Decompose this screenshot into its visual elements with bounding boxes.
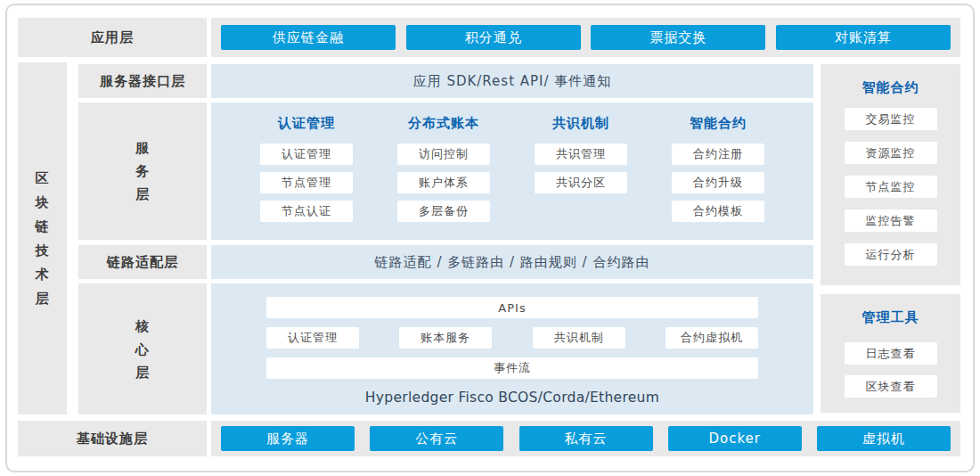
link-adapter-layer-label: 链路适配层 <box>78 245 207 279</box>
service-item: 节点管理 <box>260 172 353 193</box>
service-item: 合约升级 <box>672 172 764 193</box>
core-box-auth: 认证管理 <box>266 327 359 349</box>
architecture-diagram: 应用层 供应链金融 积分通兑 票据交换 对账清算 区块链技术层 服务器接口层 服… <box>0 0 980 476</box>
blockchain-tech-layer-rail: 区块链技术层 <box>18 62 67 414</box>
core-layer-panel: APIs 认证管理 账本服务 共识机制 合约虚拟机 事件流 Hyperledge… <box>211 283 813 414</box>
service-item: 合约模板 <box>672 201 764 222</box>
service-column-auth: 认证管理 认证管理 节点管理 节点认证 <box>260 113 353 240</box>
core-box-row: 认证管理 账本服务 共识机制 合约虚拟机 <box>266 327 758 349</box>
infra-button-docker: Docker <box>668 426 802 451</box>
service-item: 共识分区 <box>535 172 627 193</box>
monitor-item-analysis: 运行分析 <box>845 243 937 266</box>
app-layer-button-row: 供应链金融 积分通兑 票据交换 对账清算 <box>211 18 960 57</box>
app-button-points-exchange: 积分通兑 <box>406 25 581 50</box>
infra-button-vm: 虚拟机 <box>817 426 951 451</box>
service-item: 合约注册 <box>672 144 764 165</box>
app-button-reconciliation-clearing: 对账清算 <box>776 25 951 50</box>
monitor-item-resource: 资源监控 <box>845 142 937 164</box>
monitor-item-transaction: 交易监控 <box>845 108 937 130</box>
core-layer-label: 核心层 <box>78 283 207 414</box>
core-platforms-text: Hyperledger Fisco BCOS/Corda/Ethereum <box>365 390 659 406</box>
core-box-ledger-service: 账本服务 <box>399 327 492 349</box>
interface-layer-label: 服务器接口层 <box>78 64 207 98</box>
core-box-consensus: 共识机制 <box>533 327 625 349</box>
core-layer-label-text: 核心层 <box>135 315 151 384</box>
service-column-header: 认证管理 <box>278 113 335 133</box>
service-item: 认证管理 <box>260 144 353 165</box>
app-layer-label: 应用层 <box>18 18 207 57</box>
infra-button-private-cloud: 私有云 <box>519 426 653 451</box>
smart-contract-monitor-panel: 智能合约 交易监控 资源监控 节点监控 监控告警 运行分析 <box>821 64 960 285</box>
service-column-header: 共识机制 <box>552 113 609 133</box>
tools-panel-header: 管理工具 <box>862 307 919 328</box>
core-event-stream-bar: 事件流 <box>266 357 758 379</box>
service-column-ledger: 分布式账本 访问控制 账户体系 多层备份 <box>397 113 490 240</box>
service-column-header: 智能合约 <box>690 113 747 133</box>
app-button-supply-chain-finance: 供应链金融 <box>221 25 396 50</box>
service-item: 账户体系 <box>397 172 490 193</box>
service-layer-label: 服务层 <box>78 103 207 240</box>
tools-item-block-view: 区块查看 <box>845 375 937 398</box>
service-item: 节点认证 <box>260 201 353 222</box>
monitor-panel-header: 智能合约 <box>862 77 919 98</box>
service-layer-label-text: 服务层 <box>135 136 151 206</box>
core-box-contract-vm: 合约虚拟机 <box>666 327 758 349</box>
service-item: 多层备份 <box>397 201 490 222</box>
service-layer-panel: 认证管理 认证管理 节点管理 节点认证 分布式账本 访问控制 账户体系 多层备份… <box>211 103 813 240</box>
core-apis-bar: APIs <box>266 297 758 318</box>
service-item: 共识管理 <box>535 144 627 165</box>
infra-button-server: 服务器 <box>221 426 355 451</box>
monitor-panel-items: 交易监控 资源监控 节点监控 监控告警 运行分析 <box>845 108 937 266</box>
service-column-consensus: 共识机制 共识管理 共识分区 <box>535 113 627 240</box>
app-button-bill-exchange: 票据交换 <box>591 25 765 50</box>
tools-item-log-view: 日志查看 <box>845 342 937 365</box>
service-item: 访问控制 <box>397 144 490 165</box>
interface-layer-panel: 应用 SDK/Rest API/ 事件通知 <box>211 64 813 98</box>
monitor-item-alert: 监控告警 <box>845 209 937 232</box>
service-column-smart-contract: 智能合约 合约注册 合约升级 合约模板 <box>672 113 764 240</box>
infra-button-public-cloud: 公有云 <box>370 426 503 451</box>
blockchain-tech-layer-label: 区块链技术层 <box>35 167 50 311</box>
infra-layer-button-row: 服务器 公有云 私有云 Docker 虚拟机 <box>211 421 960 456</box>
monitor-item-node: 节点监控 <box>845 176 937 198</box>
infra-layer-label: 基础设施层 <box>18 421 207 456</box>
service-column-header: 分布式账本 <box>408 113 479 133</box>
link-adapter-layer-panel: 链路适配 / 多链路由 / 路由规则 / 合约路由 <box>211 245 813 279</box>
tools-panel-items: 日志查看 区块查看 <box>845 342 937 398</box>
management-tools-panel: 管理工具 日志查看 区块查看 <box>821 294 960 413</box>
